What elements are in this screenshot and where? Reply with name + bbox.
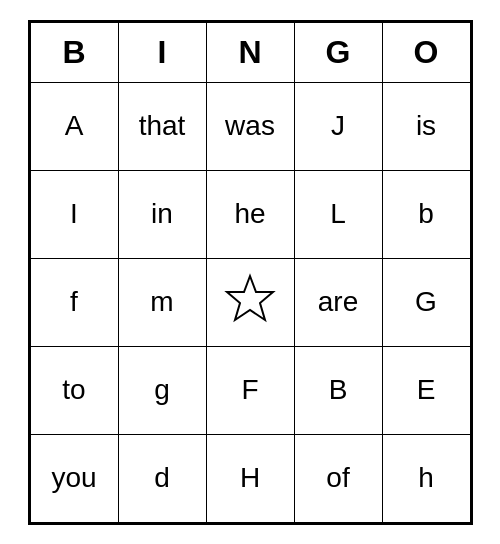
table-cell: g [118, 346, 206, 434]
table-cell: J [294, 82, 382, 170]
table-cell: b [382, 170, 470, 258]
table-cell: he [206, 170, 294, 258]
table-row: fm areG [30, 258, 470, 346]
bingo-card: B I N G O AthatwasJisIinheLbfm areGtogFB… [28, 20, 473, 525]
table-cell: h [382, 434, 470, 522]
table-cell: of [294, 434, 382, 522]
table-cell: d [118, 434, 206, 522]
table-cell [206, 258, 294, 346]
table-cell: E [382, 346, 470, 434]
table-row: IinheLb [30, 170, 470, 258]
table-cell: to [30, 346, 118, 434]
table-cell: I [30, 170, 118, 258]
header-b: B [30, 22, 118, 82]
header-row: B I N G O [30, 22, 470, 82]
table-cell: is [382, 82, 470, 170]
table-cell: L [294, 170, 382, 258]
table-row: youdHofh [30, 434, 470, 522]
table-cell: f [30, 258, 118, 346]
table-cell: F [206, 346, 294, 434]
table-cell: m [118, 258, 206, 346]
table-cell: B [294, 346, 382, 434]
table-cell: you [30, 434, 118, 522]
table-cell: H [206, 434, 294, 522]
bingo-body: AthatwasJisIinheLbfm areGtogFBEyoudHofh [30, 82, 470, 522]
table-cell: A [30, 82, 118, 170]
table-row: AthatwasJis [30, 82, 470, 170]
bingo-table: B I N G O AthatwasJisIinheLbfm areGtogFB… [30, 22, 471, 523]
svg-marker-0 [227, 276, 273, 320]
header-g: G [294, 22, 382, 82]
header-n: N [206, 22, 294, 82]
table-cell: that [118, 82, 206, 170]
header-o: O [382, 22, 470, 82]
table-cell: are [294, 258, 382, 346]
table-cell: was [206, 82, 294, 170]
table-cell: G [382, 258, 470, 346]
table-cell: in [118, 170, 206, 258]
table-row: togFBE [30, 346, 470, 434]
header-i: I [118, 22, 206, 82]
